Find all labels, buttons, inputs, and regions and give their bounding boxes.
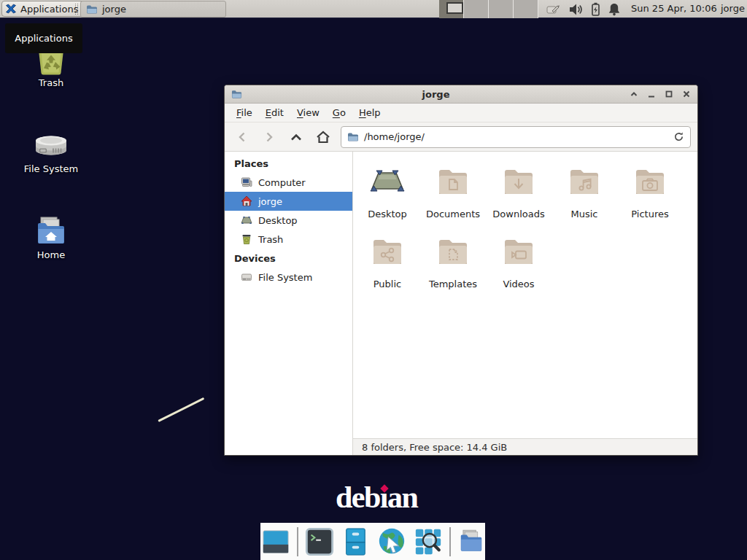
videos-folder-icon: [501, 234, 536, 269]
sidebar-item-label: Trash: [258, 234, 283, 245]
panel-username[interactable]: jorge: [721, 3, 745, 14]
taskbar-window-button[interactable]: jorge: [80, 1, 226, 18]
music-folder-icon: [567, 164, 602, 199]
dock-panel: [260, 523, 485, 560]
folder-view: Desktop Documents Down: [353, 152, 697, 455]
sidebar-devices-header: Devices: [225, 249, 352, 268]
sidebar-item-computer[interactable]: Computer: [225, 173, 352, 192]
folder-icon: [86, 4, 98, 15]
workspace-1[interactable]: [439, 0, 464, 18]
dock-separator: [449, 527, 451, 556]
directory-menu-launcher[interactable]: [457, 528, 485, 556]
folder-item-downloads[interactable]: Downloads: [486, 164, 551, 234]
folder-item-music[interactable]: Music: [551, 164, 617, 234]
close-button[interactable]: [681, 89, 692, 99]
folder-item-desktop[interactable]: Desktop: [355, 164, 420, 234]
file-manager-window: jorge File Edit View Go Help /home/jorge…: [224, 85, 698, 456]
public-folder-icon: [370, 234, 405, 269]
workspace-4[interactable]: [514, 0, 538, 18]
hard-drive-icon: [34, 127, 69, 162]
panel-separator-handle: [75, 4, 78, 15]
desktop-icon: [241, 214, 252, 226]
folder-item-documents[interactable]: Documents: [420, 164, 486, 234]
menu-go[interactable]: Go: [326, 104, 352, 121]
maximize-button[interactable]: [664, 89, 674, 99]
menu-view[interactable]: View: [290, 104, 326, 121]
location-bar[interactable]: /home/jorge/: [341, 126, 691, 148]
app-finder-launcher[interactable]: [414, 527, 443, 556]
statusbar-text: 8 folders, Free space: 14.4 GiB: [362, 442, 507, 453]
documents-folder-icon: [436, 164, 471, 199]
sidebar: Places Computer jorge: [225, 152, 353, 455]
toolbar: /home/jorge/: [225, 122, 697, 151]
terminal-launcher[interactable]: [305, 527, 334, 556]
folder-item-public[interactable]: Public: [355, 234, 420, 304]
folder-label: Music: [551, 209, 617, 219]
home-button[interactable]: [312, 126, 334, 147]
templates-folder-icon: [436, 234, 471, 269]
sidebar-item-jorge[interactable]: jorge: [225, 192, 352, 211]
menu-edit[interactable]: Edit: [259, 104, 290, 121]
desktop-icon-filesystem[interactable]: File System: [16, 127, 86, 174]
workspace-window-preview: [446, 2, 463, 14]
desktop-icon-home[interactable]: Home: [16, 213, 86, 260]
cursor-trail-artifact: [158, 397, 204, 422]
back-button[interactable]: [231, 126, 253, 147]
sidebar-item-trash[interactable]: Trash: [225, 230, 352, 249]
computer-icon: [241, 176, 252, 188]
workspace-2[interactable]: [464, 0, 489, 18]
desktop-icon-label: Trash: [16, 77, 86, 88]
top-panel: Applications jorge Sun 25 Apr, 10:06 jor…: [0, 0, 747, 18]
sidebar-item-label: jorge: [258, 196, 282, 207]
trash-small-icon: [241, 233, 252, 245]
reload-icon[interactable]: [673, 131, 684, 142]
location-folder-icon: [347, 131, 359, 143]
menu-file[interactable]: File: [230, 104, 259, 121]
taskbar-window-label: jorge: [102, 4, 126, 15]
desktop-icon-label: Home: [16, 249, 86, 260]
notification-bell-tray-icon[interactable]: [607, 2, 622, 17]
workspace-switcher[interactable]: [439, 0, 538, 18]
user-home-icon: [241, 195, 252, 207]
menu-help[interactable]: Help: [352, 104, 387, 121]
window-folder-icon: [231, 89, 243, 100]
debian-logo-text: an: [387, 481, 417, 514]
desktop-folder-icon: [370, 164, 405, 199]
tablet-stylus-tray-icon[interactable]: [546, 2, 560, 17]
applications-tooltip-text: Applications: [15, 33, 72, 44]
icon-view: Desktop Documents Down: [353, 152, 697, 438]
folder-label: Public: [355, 279, 420, 289]
xfce-logo-icon: [5, 3, 17, 15]
shade-button[interactable]: [629, 89, 639, 99]
folder-item-pictures[interactable]: Pictures: [617, 164, 683, 234]
web-browser-launcher[interactable]: [376, 526, 407, 557]
folder-label: Videos: [486, 279, 551, 289]
workspace-3[interactable]: [489, 0, 514, 18]
sidebar-item-desktop[interactable]: Desktop: [225, 211, 352, 230]
folder-label: Downloads: [486, 209, 551, 219]
window-title: jorge: [243, 89, 629, 100]
dock-separator: [297, 527, 298, 556]
applications-menu-button[interactable]: Applications: [1, 1, 85, 17]
show-desktop-button[interactable]: [261, 527, 290, 556]
window-content: Places Computer jorge: [225, 151, 697, 455]
file-manager-launcher[interactable]: [341, 527, 370, 556]
folder-label: Desktop: [355, 209, 420, 219]
statusbar: 8 folders, Free space: 14.4 GiB: [353, 438, 697, 455]
sidebar-item-file-system[interactable]: File System: [225, 268, 352, 287]
folder-label: Documents: [420, 209, 486, 219]
folder-item-templates[interactable]: Templates: [420, 234, 486, 304]
up-button[interactable]: [285, 126, 307, 147]
volume-tray-icon[interactable]: [568, 2, 583, 17]
downloads-folder-icon: [501, 164, 536, 199]
panel-clock[interactable]: Sun 25 Apr, 10:06: [631, 3, 717, 14]
debian-logo-text: deb: [336, 481, 380, 514]
window-titlebar[interactable]: jorge: [225, 85, 697, 104]
folder-label: Pictures: [617, 209, 683, 219]
minimize-button[interactable]: [646, 89, 657, 99]
battery-tray-icon[interactable]: [588, 2, 603, 17]
folder-item-videos[interactable]: Videos: [486, 234, 551, 304]
location-path[interactable]: /home/jorge/: [364, 131, 668, 142]
forward-button[interactable]: [258, 126, 280, 147]
desktop-icon-label: File System: [16, 163, 86, 174]
